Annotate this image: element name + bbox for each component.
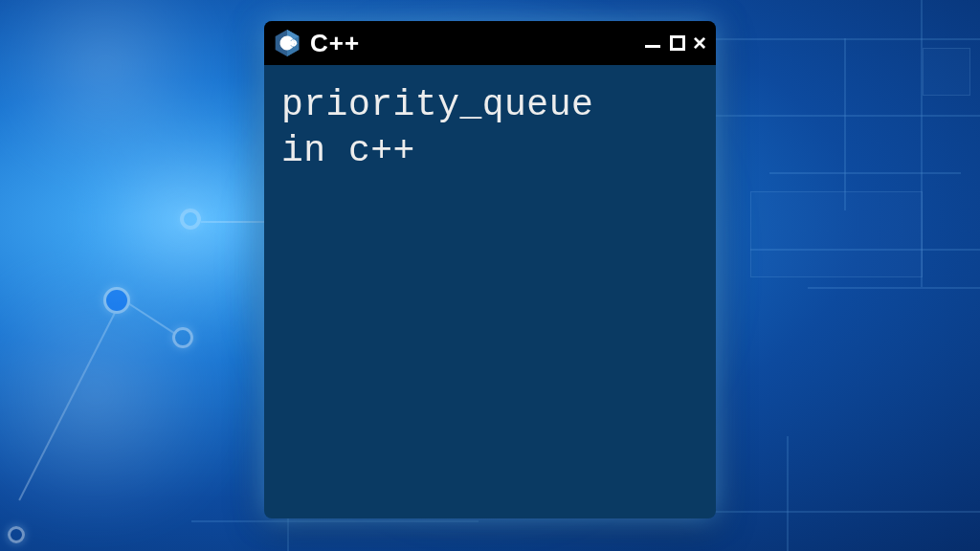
window-body: priority_queue in c++ [264,65,716,518]
close-icon[interactable]: × [693,32,706,55]
cpp-logo-icon: + + [274,29,301,57]
window-controls: × [645,32,706,55]
body-line-2: in c++ [281,130,415,171]
maximize-icon[interactable] [670,35,685,51]
window-title: C++ [310,29,635,58]
body-line-1: priority_queue [281,84,593,125]
terminal-window: + + C++ × priority_queue in c++ [264,21,716,518]
titlebar: + + C++ × [264,21,716,65]
minimize-icon[interactable] [645,34,662,52]
